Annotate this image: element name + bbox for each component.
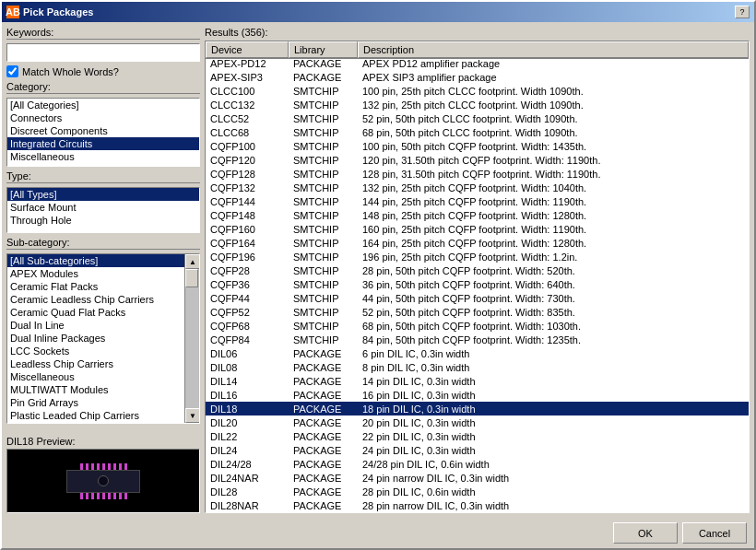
table-row[interactable]: CQFP44SMTCHIP44 pin, 50th pitch CQFP foo… [206, 291, 749, 305]
col-description-header[interactable]: Description [358, 41, 749, 58]
cell-library: PACKAGE [289, 59, 358, 70]
cell-library: PACKAGE [289, 485, 358, 498]
category-item-connectors[interactable]: Connectors [7, 111, 199, 124]
subcategory-item-misc[interactable]: Miscellaneous [7, 370, 184, 383]
table-row[interactable]: CQFP196SMTCHIP196 pin, 25th pitch CQFP f… [206, 250, 749, 263]
cell-library: PACKAGE [289, 498, 358, 512]
table-row[interactable]: DIL22PACKAGE22 pin DIL IC, 0.3in width [206, 429, 749, 443]
subcategory-item-dual-inline-pkg[interactable]: Dual Inline Packages [7, 332, 184, 345]
cell-description: 8 pin DIL IC, 0.3in width [358, 360, 749, 374]
cell-device: DIL28NAR [206, 498, 289, 512]
cell-device: DIL24NAR [206, 471, 289, 485]
scroll-down-btn[interactable]: ▼ [185, 408, 200, 423]
cell-description: 164 pin, 25th pitch CQFP footprint. Widt… [358, 236, 749, 250]
cell-device: CQFP132 [206, 181, 289, 194]
scroll-thumb[interactable] [185, 269, 198, 287]
category-item-misc[interactable]: Miscellaneous [7, 150, 199, 163]
scroll-up-btn[interactable]: ▲ [185, 254, 200, 269]
table-row[interactable]: CQFP28SMTCHIP28 pin, 50th pitch CQFP foo… [206, 263, 749, 277]
type-listbox[interactable]: [All Types] Surface Mount Through Hole [6, 187, 200, 233]
table-row[interactable]: APEX-SIP3PACKAGEAPEX SIP3 amplifier pack… [206, 70, 749, 84]
subcategory-item-ceramic-flat[interactable]: Ceramic Flat Packs [7, 280, 184, 293]
cell-description: 28 pin, 50th pitch CQFP footprint. Width… [358, 263, 749, 277]
close-button[interactable]: ? [735, 6, 750, 18]
table-row[interactable]: CQFP120SMTCHIP120 pin, 31.50th pitch CQF… [206, 153, 749, 167]
match-words-checkbox[interactable] [6, 65, 18, 77]
cell-description: 52 pin, 50th pitch CLCC footprint. Width… [358, 111, 749, 125]
subcategory-item-multiwatt[interactable]: MULTIWATT Modules [7, 383, 184, 396]
type-item-through[interactable]: Through Hole [7, 214, 199, 227]
col-library-header[interactable]: Library [289, 41, 358, 58]
table-row[interactable]: CQFP160SMTCHIP160 pin, 25th pitch CQFP f… [206, 222, 749, 236]
subcategory-item-all[interactable]: [All Sub-categories] [7, 254, 184, 267]
table-row[interactable]: CQFP84SMTCHIP84 pin, 50th pitch CQFP foo… [206, 333, 749, 346]
table-row[interactable]: CLCC132SMTCHIP132 pin, 25th pitch CLCC f… [206, 98, 749, 111]
ok-button[interactable]: OK [613, 522, 678, 544]
keywords-label: Keywords: [6, 27, 200, 40]
cell-device: CLCC68 [206, 125, 289, 139]
cell-library: SMTCHIP [289, 319, 358, 333]
subcategory-item-ceramic-leadless[interactable]: Ceramic Leadless Chip Carriers [7, 293, 184, 306]
table-row[interactable]: CQFP52SMTCHIP52 pin, 50th pitch CQFP foo… [206, 305, 749, 319]
keywords-input[interactable] [6, 43, 200, 62]
cell-device: CQFP148 [206, 208, 289, 222]
match-words-row: Match Whole Words? [6, 65, 200, 77]
category-item-discreet[interactable]: Discreet Components [7, 124, 199, 137]
type-item-surface[interactable]: Surface Mount [7, 201, 199, 214]
cell-library: PACKAGE [289, 346, 358, 360]
cell-device: CQFP164 [206, 236, 289, 250]
cell-device: APEX-SIP3 [206, 70, 289, 84]
table-row[interactable]: CQFP68SMTCHIP68 pin, 50th pitch CQFP foo… [206, 319, 749, 333]
table-row[interactable]: DIL28PACKAGE28 pin DIL IC, 0.6in width [206, 485, 749, 498]
category-item[interactable]: [All Categories] [7, 99, 199, 111]
table-row[interactable]: CQFP148SMTCHIP148 pin, 25th pitch CQFP f… [206, 208, 749, 222]
table-row[interactable]: CQFP164SMTCHIP164 pin, 25th pitch CQFP f… [206, 236, 749, 250]
subcategory-item-pin-grid[interactable]: Pin Grid Arrays [7, 396, 184, 409]
subcategory-item-ceramic-quad[interactable]: Ceramic Quad Flat Packs [7, 306, 184, 319]
table-row[interactable]: DIL20PACKAGE20 pin DIL IC, 0.3in width [206, 415, 749, 429]
subcategory-item-plastic[interactable]: Plastic Leaded Chip Carriers [7, 409, 184, 422]
table-row[interactable]: CLCC100SMTCHIP100 pin, 25th pitch CLCC f… [206, 84, 749, 98]
table-row[interactable]: APEX-PD12PACKAGEAPEX PD12 amplifier pack… [206, 59, 749, 70]
cell-library: PACKAGE [289, 471, 358, 485]
table-row[interactable]: DIL16PACKAGE16 pin DIL IC, 0.3in width [206, 388, 749, 402]
table-row[interactable]: DIL06PACKAGE6 pin DIL IC, 0.3in width [206, 346, 749, 360]
table-row[interactable]: CQFP36SMTCHIP36 pin, 50th pitch CQFP foo… [206, 277, 749, 291]
cell-device: DIL18 [206, 402, 289, 415]
cell-library: PACKAGE [289, 443, 358, 457]
subcategory-scrollbar[interactable]: ▲ ▼ [184, 254, 199, 423]
category-item-integrated[interactable]: Integrated Circuits [7, 137, 199, 150]
subcategory-item-leadless[interactable]: Leadless Chip Carriers [7, 357, 184, 370]
subcategory-item-lcc[interactable]: LCC Sockets [7, 345, 184, 357]
table-row[interactable]: CQFP144SMTCHIP144 pin, 25th pitch CQFP f… [206, 194, 749, 208]
subcategory-item-apex[interactable]: APEX Modules [7, 267, 184, 280]
cell-device: CLCC52 [206, 111, 289, 125]
type-item-all[interactable]: [All Types] [7, 188, 199, 201]
table-row[interactable]: DIL08PACKAGE8 pin DIL IC, 0.3in width [206, 360, 749, 374]
table-row[interactable]: CQFP132SMTCHIP132 pin, 25th pitch CQFP f… [206, 181, 749, 194]
table-row[interactable]: CLCC52SMTCHIP52 pin, 50th pitch CLCC foo… [206, 111, 749, 125]
cell-library: PACKAGE [289, 457, 358, 471]
table-row[interactable]: CLCC68SMTCHIP68 pin, 50th pitch CLCC foo… [206, 125, 749, 139]
table-row[interactable]: CQFP128SMTCHIP128 pin, 31.50th pitch CQF… [206, 167, 749, 181]
cell-library: SMTCHIP [289, 333, 358, 346]
table-row[interactable]: DIL28NARPACKAGE28 pin narrow DIL IC, 0.3… [206, 498, 749, 512]
subcategory-item-dual-in-line[interactable]: Dual In Line [7, 319, 184, 332]
results-table-body[interactable]: APEX-DIP6PACKAGEAPEX DIP6 amplifier pack… [206, 59, 749, 512]
col-device-header[interactable]: Device [206, 41, 289, 58]
cell-library: SMTCHIP [289, 222, 358, 236]
subcategory-group: Sub-category: [All Sub-categories] APEX … [6, 237, 200, 432]
cell-device: DIL14 [206, 374, 289, 388]
results-table-container: Device Library Description APEX-DIP6PACK… [205, 41, 750, 513]
preview-group: DIL18 Preview: [6, 436, 200, 513]
table-row[interactable]: DIL24NARPACKAGE24 pin narrow DIL IC, 0.3… [206, 471, 749, 485]
table-row[interactable]: DIL24/28PACKAGE24/28 pin DIL IC, 0.6in w… [206, 457, 749, 471]
subcategory-listbox[interactable]: [All Sub-categories] APEX Modules Cerami… [6, 253, 200, 424]
cell-device: DIL22 [206, 429, 289, 443]
cancel-button[interactable]: Cancel [682, 522, 747, 544]
table-row[interactable]: CQFP100SMTCHIP100 pin, 50th pitch CQFP f… [206, 139, 749, 153]
category-listbox[interactable]: [All Categories] Connectors Discreet Com… [6, 98, 200, 167]
table-row[interactable]: DIL24PACKAGE24 pin DIL IC, 0.3in width [206, 443, 749, 457]
table-row[interactable]: DIL18PACKAGE18 pin DIL IC, 0.3in width [206, 402, 749, 415]
table-row[interactable]: DIL14PACKAGE14 pin DIL IC, 0.3in width [206, 374, 749, 388]
